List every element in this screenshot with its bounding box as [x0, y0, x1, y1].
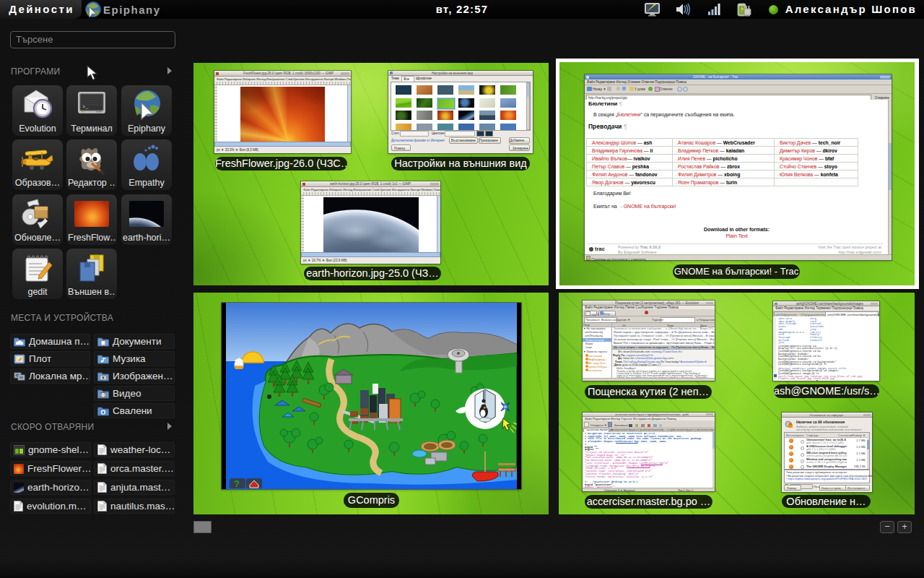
- svg-text:?: ?: [234, 478, 240, 489]
- svg-text:>_: >_: [82, 104, 89, 110]
